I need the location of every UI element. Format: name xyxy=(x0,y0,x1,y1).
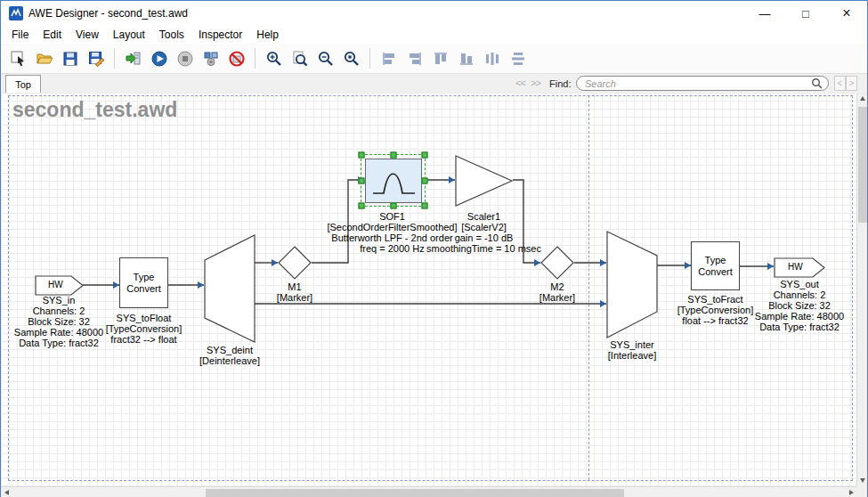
block-label-sys-tofract: SYS_toFract [TypeConversion] float --> f… xyxy=(670,294,760,326)
selection-handle[interactable] xyxy=(359,152,365,159)
block-scaler1[interactable] xyxy=(455,155,514,207)
selection-handle[interactable] xyxy=(390,203,396,209)
profile-button[interactable] xyxy=(198,46,223,71)
selection-handle[interactable] xyxy=(422,152,428,159)
menu-bar: File Edit View Layout Tools Inspector He… xyxy=(1,26,867,44)
new-design-icon xyxy=(10,50,28,68)
new-design-button[interactable] xyxy=(5,46,31,71)
search-icon[interactable] xyxy=(811,77,823,90)
block-sys-tofloat[interactable]: Type Convert xyxy=(119,257,168,308)
scrollbar-corner xyxy=(856,486,867,497)
block-label-m2: M2 [Marker] xyxy=(522,281,593,303)
block-label-sys-inter: SYS_inter [Interleave] xyxy=(588,339,677,361)
save-icon xyxy=(61,50,79,68)
zoom-selection-icon xyxy=(343,50,361,68)
stop-button[interactable] xyxy=(172,46,198,71)
align-bottom-button[interactable] xyxy=(453,46,479,71)
halt-icon xyxy=(228,50,246,68)
down-arrow-icon xyxy=(860,478,865,483)
toolbar-separator xyxy=(114,48,115,69)
left-arrow-icon xyxy=(4,490,9,495)
tab-top[interactable]: Top xyxy=(5,75,41,94)
distribute-vertical-button[interactable] xyxy=(505,46,531,71)
menu-view[interactable]: View xyxy=(69,27,106,43)
menu-layout[interactable]: Layout xyxy=(106,27,152,43)
connect-server-icon xyxy=(125,50,142,68)
vertical-scroll-thumb[interactable] xyxy=(858,107,867,223)
open-button[interactable] xyxy=(31,46,57,71)
block-m2[interactable] xyxy=(540,246,574,280)
block-label-scaler1: Scaler1 [ScalerV2] gain = -10 dB smoothi… xyxy=(421,211,547,254)
menu-edit[interactable]: Edit xyxy=(36,27,69,43)
selection-handle[interactable] xyxy=(422,203,428,209)
block-sys-out-port-label: HW xyxy=(788,262,803,272)
menu-inspector[interactable]: Inspector xyxy=(191,27,249,43)
search-input[interactable] xyxy=(585,78,811,89)
run-icon xyxy=(150,50,168,68)
selection-handle[interactable] xyxy=(359,177,365,183)
selection-handle[interactable] xyxy=(359,203,365,209)
tab-bar: Top << >> Find: < > xyxy=(1,74,867,94)
close-button[interactable]: × xyxy=(826,1,867,26)
distribute-horizontal-button[interactable] xyxy=(479,46,505,71)
profile-icon xyxy=(202,50,220,68)
zoom-in-icon xyxy=(265,50,283,68)
find-prev-button[interactable]: < xyxy=(834,76,846,91)
block-m1[interactable] xyxy=(278,246,312,280)
maximize-button[interactable]: □ xyxy=(785,1,826,26)
toolbar-separator xyxy=(369,48,370,69)
minimize-button[interactable]: — xyxy=(744,1,785,26)
block-sof1[interactable] xyxy=(365,159,422,203)
stop-icon xyxy=(176,50,194,68)
align-left-button[interactable] xyxy=(376,46,402,71)
scroll-up-button[interactable] xyxy=(857,93,868,104)
run-button[interactable] xyxy=(146,46,172,71)
selection-handle[interactable] xyxy=(422,177,428,183)
zoom-out-icon xyxy=(317,50,335,68)
horizontal-scrollbar[interactable] xyxy=(1,486,857,497)
design-canvas: second_test.awd xyxy=(1,93,857,486)
right-arrow-icon xyxy=(849,490,854,495)
zoom-page-icon xyxy=(291,50,309,68)
app-icon xyxy=(9,6,23,20)
zoom-selection-button[interactable] xyxy=(338,46,364,71)
menu-file[interactable]: File xyxy=(4,27,36,43)
block-sys-deint[interactable] xyxy=(204,234,256,343)
vertical-scrollbar[interactable] xyxy=(856,93,867,486)
block-label-sys-tofloat: SYS_toFloat [TypeConversion] fract32 -->… xyxy=(94,313,193,345)
distribute-vertical-icon xyxy=(509,50,527,68)
zoom-in-button[interactable] xyxy=(261,46,287,71)
search-box xyxy=(576,76,829,91)
align-top-button[interactable] xyxy=(427,46,453,71)
halt-button[interactable] xyxy=(223,46,249,71)
toolbar xyxy=(1,44,867,74)
menu-tools[interactable]: Tools xyxy=(152,27,191,43)
block-sys-inter[interactable] xyxy=(606,231,658,338)
scroll-down-button[interactable] xyxy=(857,475,868,486)
scroll-left-button[interactable] xyxy=(1,487,12,497)
zoom-page-button[interactable] xyxy=(287,46,312,71)
find-next-button[interactable]: > xyxy=(846,76,857,91)
window-controls: — □ × xyxy=(744,1,867,26)
horizontal-scroll-thumb[interactable] xyxy=(206,489,624,497)
selection-handle[interactable] xyxy=(390,152,396,159)
title-bar: AWE Designer - second_test.awd — □ × xyxy=(1,1,867,26)
nav-back-button[interactable]: << xyxy=(515,77,525,88)
align-top-icon xyxy=(432,50,450,68)
connect-server-button[interactable] xyxy=(120,46,146,71)
align-bottom-icon xyxy=(458,50,475,68)
block-label-m1: M1 [Marker] xyxy=(259,281,330,303)
block-sys-tofract[interactable]: Type Convert xyxy=(691,241,740,290)
align-right-button[interactable] xyxy=(402,46,427,71)
save-button[interactable] xyxy=(57,46,83,71)
block-sys-in-port-label: HW xyxy=(48,280,63,289)
up-arrow-icon xyxy=(860,96,865,101)
align-left-icon xyxy=(380,50,398,68)
distribute-horizontal-icon xyxy=(483,50,501,68)
zoom-out-button[interactable] xyxy=(312,46,338,71)
save-as-icon xyxy=(87,50,105,68)
nav-forward-button[interactable]: >> xyxy=(531,77,540,88)
save-as-button[interactable] xyxy=(83,46,109,71)
block-sof1-selection xyxy=(361,154,426,207)
menu-help[interactable]: Help xyxy=(249,27,286,43)
